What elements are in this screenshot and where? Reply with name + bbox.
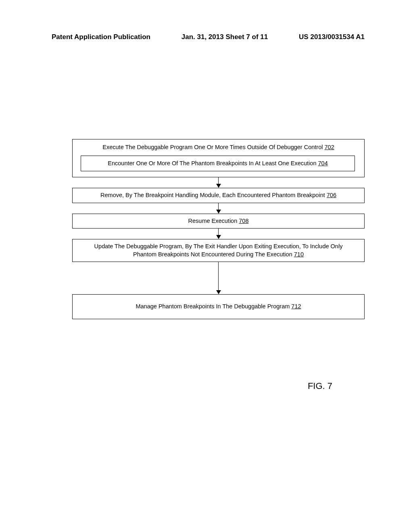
arrow-shaft	[218, 262, 219, 290]
step-708-ref: 708	[239, 218, 248, 224]
header-sheet-info: Jan. 31, 2013 Sheet 7 of 11	[181, 33, 268, 41]
arrow-head-icon	[216, 184, 221, 188]
step-704: Encounter One Or More Of The Phantom Bre…	[81, 156, 355, 172]
step-702-label: Execute The Debuggable Program One Or Mo…	[102, 144, 324, 150]
step-702-text: Execute The Debuggable Program One Or Mo…	[81, 143, 356, 152]
step-708-label: Resume Execution	[188, 218, 239, 224]
arrow-head-icon	[216, 235, 221, 239]
flowchart: Execute The Debuggable Program One Or Mo…	[72, 139, 365, 319]
step-706-ref: 706	[327, 192, 336, 198]
arrow-icon	[216, 177, 221, 188]
page-header: Patent Application Publication Jan. 31, …	[0, 33, 413, 41]
figure-label: FIG. 7	[308, 381, 332, 391]
step-710: Update The Debuggable Program, By The Ex…	[72, 239, 365, 262]
step-702-container: Execute The Debuggable Program One Or Mo…	[72, 139, 365, 177]
arrow-shaft	[218, 203, 219, 210]
step-712-label: Manage Phantom Breakpoints In The Debugg…	[136, 303, 291, 310]
arrow-icon	[216, 229, 221, 239]
step-712: Manage Phantom Breakpoints In The Debugg…	[72, 294, 365, 319]
step-710-ref: 710	[294, 251, 304, 258]
arrow-head-icon	[216, 210, 221, 214]
header-publication: Patent Application Publication	[52, 33, 150, 41]
step-710-line1: Update The Debuggable Program, By The Ex…	[94, 243, 343, 249]
step-712-ref: 712	[291, 303, 301, 310]
step-704-ref: 704	[318, 160, 328, 166]
arrow-icon	[216, 203, 221, 214]
step-706-label: Remove, By The Breakpoint Handling Modul…	[100, 192, 327, 198]
arrow-head-icon	[216, 290, 221, 294]
arrow-shaft	[218, 177, 219, 184]
patent-page: Patent Application Publication Jan. 31, …	[0, 0, 413, 532]
step-706: Remove, By The Breakpoint Handling Modul…	[72, 188, 365, 203]
header-pub-number: US 2013/0031534 A1	[299, 33, 365, 41]
step-708: Resume Execution 708	[72, 214, 365, 229]
step-702-ref: 702	[325, 144, 334, 150]
step-704-label: Encounter One Or More Of The Phantom Bre…	[108, 160, 318, 166]
arrow-shaft	[218, 229, 219, 235]
step-710-line2: Phantom Breakpoints Not Encountered Duri…	[133, 251, 294, 258]
arrow-icon	[216, 262, 221, 294]
